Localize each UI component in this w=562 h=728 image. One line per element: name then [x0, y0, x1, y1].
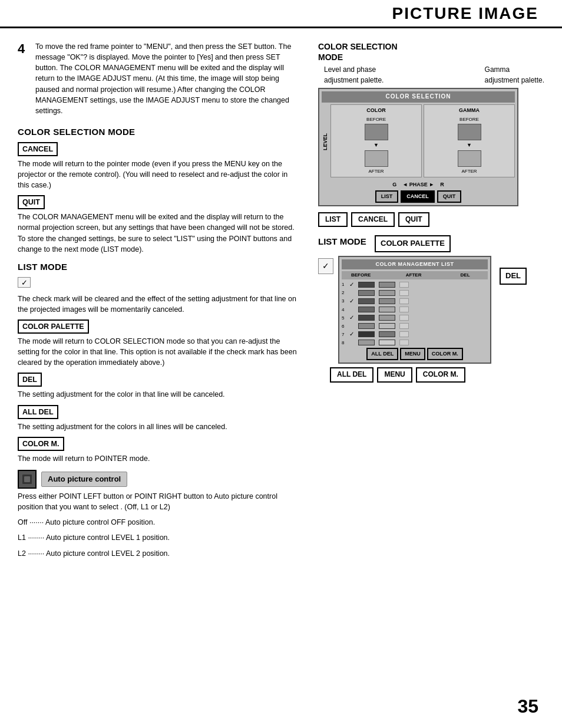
- cs-swatch-gamma-before: [458, 124, 481, 140]
- auto-picture-icon: [18, 470, 37, 489]
- table-row: 5 ✓: [342, 314, 488, 322]
- level-label: LEVEL: [322, 133, 329, 150]
- cs-columns: COLOR BEFORE ▼ AFTER GAMMA BEFORE ▼: [330, 104, 515, 177]
- color-palette-badge: COLOR PALETTE: [375, 235, 451, 252]
- checkmark-description: The check mark will be cleared and the e…: [18, 294, 300, 315]
- cs-cancel-label: CANCEL: [351, 212, 395, 227]
- cs-ui-header: COLOR SELECTION: [322, 91, 515, 103]
- all-del-description: The setting adjustment for the colors in…: [18, 421, 300, 432]
- cs-ui-columns-row: LEVEL COLOR BEFORE ▼ AFTER GAMMA BEF: [322, 104, 515, 180]
- cancel-label-box: CANCEL: [18, 142, 58, 156]
- cs-swatch-after: [365, 150, 388, 167]
- table-row: 1 ✓: [342, 281, 488, 289]
- cs-ui-box: COLOR SELECTION LEVEL COLOR BEFORE ▼ AFT…: [318, 88, 518, 206]
- page-title: PICTURE IMAGE: [392, 4, 538, 23]
- table-row: 2: [342, 289, 488, 297]
- step-number: 4: [18, 41, 31, 116]
- checkmark-icon: ✓: [18, 277, 31, 288]
- cs-swatch-gamma-after: [458, 150, 481, 167]
- cs-diagram-title: COLOR SELECTION MODE: [318, 41, 550, 62]
- color-palette-description: The mode will return to COLOR SELECTION …: [18, 336, 300, 368]
- cs-quit-label: QUIT: [398, 212, 429, 227]
- left-column: 4 To move the red frame pointer to "MENU…: [0, 35, 312, 693]
- lm-col-after: AFTER: [406, 272, 458, 279]
- list-mode-header-row: LIST MODE COLOR PALETTE: [318, 235, 550, 252]
- color-m-label-box: COLOR M.: [18, 437, 64, 451]
- lm-buttons: ALL DEL MENU COLOR M.: [342, 348, 488, 360]
- cs-cancel-btn[interactable]: CANCEL: [401, 190, 435, 203]
- color-m-description: The mode will return to POINTER mode.: [18, 453, 300, 464]
- del-description: The setting adjustment for the color in …: [18, 389, 300, 400]
- lm-ui-box: COLOR MANAGEMENT LIST BEFORE AFTER DEL 1…: [338, 256, 491, 364]
- list-mode-title: LIST MODE: [318, 235, 371, 248]
- quit-label-box: QUIT: [18, 195, 45, 209]
- table-row: 3 ✓: [342, 297, 488, 306]
- all-del-label-box: ALL DEL: [18, 405, 58, 419]
- auto-picture-l2: L2 ········ Auto picture control LEVEL 2…: [18, 548, 300, 559]
- color-selection-mode-heading: COLOR SELECTION MODE: [18, 126, 300, 139]
- lm-menu-btn[interactable]: MENU: [400, 348, 425, 360]
- page-number: 35: [517, 696, 538, 717]
- cs-list-label: LIST: [318, 212, 348, 227]
- cs-col-gamma: GAMMA BEFORE ▼ AFTER: [424, 104, 515, 177]
- right-column: COLOR SELECTION MODE Level and phase adj…: [312, 35, 562, 693]
- list-mode-heading: LIST MODE: [18, 261, 300, 274]
- cs-buttons: LIST CANCEL QUIT: [322, 190, 515, 203]
- lm-all-del-btn[interactable]: ALL DEL: [366, 348, 398, 360]
- lm-col-before: BEFORE: [351, 272, 404, 279]
- svg-rect-1: [24, 476, 30, 482]
- step-4-intro: 4 To move the red frame pointer to "MENU…: [18, 41, 300, 116]
- main-content: 4 To move the red frame pointer to "MENU…: [0, 35, 562, 693]
- cancel-description: The mode will return to the pointer mode…: [18, 159, 300, 190]
- table-row: 8: [342, 340, 488, 347]
- cs-bottom-labels: LIST CANCEL QUIT: [318, 212, 550, 227]
- list-mode-left: ✓: [318, 258, 333, 274]
- cs-col-color: COLOR BEFORE ▼ AFTER: [330, 104, 422, 177]
- diagram-labels: Level and phase adjustment palette. Gamm…: [318, 65, 550, 85]
- lm-header: COLOR MANAGEMENT LIST: [342, 259, 488, 269]
- step-4-text: To move the red frame pointer to "MENU",…: [35, 41, 300, 116]
- list-checkmark: ✓: [318, 258, 333, 274]
- auto-picture-section: Auto picture control: [18, 470, 300, 489]
- lm-menu-label: MENU: [377, 367, 412, 382]
- table-row: 4: [342, 307, 488, 314]
- auto-picture-l1: L1 ········ Auto picture control LEVEL 1…: [18, 532, 300, 543]
- auto-picture-text: Press either POINT LEFT button or POINT …: [18, 491, 300, 512]
- lm-bottom-labels: ALL DEL MENU COLOR M.: [330, 367, 550, 382]
- del-label-box: DEL: [18, 373, 42, 387]
- del-badge: DEL: [500, 268, 527, 285]
- cs-swatch-before: [365, 124, 388, 140]
- lm-col-del: DEL: [461, 272, 487, 279]
- header-bar: PICTURE IMAGE: [0, 0, 562, 28]
- lm-color-m-btn[interactable]: COLOR M.: [427, 348, 463, 360]
- cs-list-btn[interactable]: LIST: [375, 190, 399, 203]
- color-selection-diagram: COLOR SELECTION LEVEL COLOR BEFORE ▼ AFT…: [318, 88, 550, 227]
- lm-col-headers: BEFORE AFTER DEL: [342, 271, 488, 279]
- table-row: 6: [342, 323, 488, 330]
- lm-rows: 1 ✓ 2 3: [342, 281, 488, 346]
- cs-phase-row: G ◄ PHASE ► R: [322, 181, 515, 189]
- gamma-label: Gamma adjustment palette.: [485, 65, 544, 85]
- quit-description: The COLOR MANAGEMENT menu will be exited…: [18, 212, 300, 255]
- checkmark-row: ✓: [18, 277, 300, 290]
- auto-picture-off: Off ······· Auto picture control OFF pos…: [18, 517, 300, 528]
- auto-picture-label: Auto picture control: [41, 472, 127, 487]
- lm-all-del-label: ALL DEL: [330, 367, 373, 382]
- lm-color-m-label: COLOR M.: [416, 367, 465, 382]
- color-palette-label-box: COLOR PALETTE: [18, 319, 89, 334]
- level-phase-label: Level and phase adjustment palette.: [324, 65, 384, 85]
- cs-quit-btn[interactable]: QUIT: [437, 190, 462, 203]
- table-row: 7 ✓: [342, 330, 488, 339]
- list-mode-ui-row: ✓ COLOR MANAGEMENT LIST BEFORE AFTER DEL…: [318, 256, 550, 364]
